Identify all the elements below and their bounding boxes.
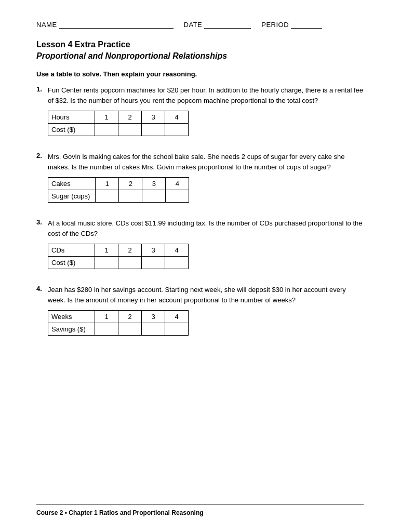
table-cell-empty: [166, 190, 189, 203]
table-cell-label: Cakes: [48, 178, 96, 190]
table-cell-label: CDs: [48, 244, 95, 257]
table-cell-empty: [95, 257, 118, 269]
instructions: Use a table to solve. Then explain your …: [36, 70, 364, 78]
table-cell: 1: [95, 111, 118, 124]
table-row: Savings ($): [48, 323, 189, 336]
table-cell-empty: [118, 323, 142, 336]
table-cell-empty: [165, 124, 189, 136]
table-cell: 3: [142, 244, 165, 257]
table-row: Hours 1 2 3 4: [48, 111, 189, 124]
table-cell-empty: [142, 190, 166, 203]
table-cell-label: Weeks: [48, 311, 95, 323]
table-cell-label: Hours: [48, 111, 95, 124]
table-cell-empty: [142, 124, 165, 136]
problem-3-table-wrapper: CDs 1 2 3 4 Cost ($): [48, 244, 364, 269]
problem-4-table: Weeks 1 2 3 4 Savings ($): [48, 310, 189, 336]
date-label: DATE: [184, 21, 203, 29]
date-line: [204, 21, 251, 29]
table-cell: 1: [95, 311, 118, 323]
table-cell: 4: [166, 178, 189, 190]
table-cell: 3: [142, 311, 165, 323]
problem-2-table: Cakes 1 2 3 4 Sugar (cups): [48, 177, 189, 203]
table-cell: 1: [95, 244, 118, 257]
problem-4-row: 4. Jean has $280 in her savings account.…: [36, 285, 364, 305]
problem-3-row: 3. At a local music store, CDs cost $11.…: [36, 218, 364, 238]
table-cell-empty: [95, 124, 118, 136]
footer-text: Course 2 • Chapter 1 Ratios and Proporti…: [36, 509, 204, 516]
table-cell: 4: [165, 111, 189, 124]
problem-4-table-wrapper: Weeks 1 2 3 4 Savings ($): [48, 310, 364, 336]
problem-4: 4. Jean has $280 in her savings account.…: [36, 285, 364, 336]
table-cell-label: Sugar (cups): [48, 190, 96, 203]
table-cell-label: Cost ($): [48, 257, 95, 269]
problem-2-table-wrapper: Cakes 1 2 3 4 Sugar (cups): [48, 177, 364, 203]
table-cell-empty: [165, 323, 189, 336]
table-cell-empty: [142, 323, 165, 336]
table-cell-label: Savings ($): [48, 323, 95, 336]
name-line: [59, 21, 174, 29]
problem-2-text: Mrs. Govin is making cakes for the schoo…: [48, 152, 364, 172]
name-label: NAME: [36, 21, 57, 29]
problem-2-row: 2. Mrs. Govin is making cakes for the sc…: [36, 152, 364, 172]
period-label: PERIOD: [261, 21, 289, 29]
table-cell-label: Cost ($): [48, 124, 95, 136]
header: NAME DATE PERIOD: [36, 21, 364, 29]
table-cell-empty: [118, 124, 142, 136]
page: NAME DATE PERIOD Lesson 4 Extra Practice…: [0, 0, 400, 532]
problem-2-number: 2.: [36, 152, 46, 159]
table-cell: 2: [118, 244, 142, 257]
problem-2: 2. Mrs. Govin is making cakes for the sc…: [36, 152, 364, 203]
problem-1-table-wrapper: Hours 1 2 3 4 Cost ($): [48, 111, 364, 136]
table-cell-empty: [142, 257, 165, 269]
table-cell: 3: [142, 178, 166, 190]
table-cell-empty: [118, 257, 142, 269]
table-cell: 3: [142, 111, 165, 124]
problem-1-row: 1. Fun Center rents popcorn machines for…: [36, 85, 364, 105]
problem-3-text: At a local music store, CDs cost $11.99 …: [48, 218, 364, 238]
table-row: Cost ($): [48, 124, 189, 136]
problem-3-number: 3.: [36, 218, 46, 226]
table-row: Weeks 1 2 3 4: [48, 311, 189, 323]
table-row: Cakes 1 2 3 4: [48, 178, 189, 190]
table-cell-empty: [96, 190, 119, 203]
table-cell: 4: [165, 244, 189, 257]
table-row: Sugar (cups): [48, 190, 189, 203]
problem-4-number: 4.: [36, 285, 46, 292]
lesson-title: Lesson 4 Extra Practice: [36, 40, 364, 49]
problem-1: 1. Fun Center rents popcorn machines for…: [36, 85, 364, 136]
table-cell-empty: [165, 257, 189, 269]
lesson-subtitle: Proportional and Nonproportional Relatio…: [36, 51, 364, 61]
problem-4-text: Jean has $280 in her savings account. St…: [48, 285, 364, 305]
table-row: Cost ($): [48, 257, 189, 269]
period-line: [291, 21, 322, 29]
footer: Course 2 • Chapter 1 Ratios and Proporti…: [36, 504, 364, 516]
table-cell: 4: [165, 311, 189, 323]
table-cell: 2: [119, 178, 142, 190]
table-cell-empty: [119, 190, 142, 203]
table-cell: 1: [96, 178, 119, 190]
problem-1-number: 1.: [36, 85, 46, 93]
table-cell-empty: [95, 323, 118, 336]
problem-3-table: CDs 1 2 3 4 Cost ($): [48, 244, 189, 269]
problem-1-table: Hours 1 2 3 4 Cost ($): [48, 111, 189, 136]
problem-1-text: Fun Center rents popcorn machines for $2…: [48, 85, 364, 105]
table-cell: 2: [118, 111, 142, 124]
table-cell: 2: [118, 311, 142, 323]
problem-3: 3. At a local music store, CDs cost $11.…: [36, 218, 364, 269]
table-row: CDs 1 2 3 4: [48, 244, 189, 257]
